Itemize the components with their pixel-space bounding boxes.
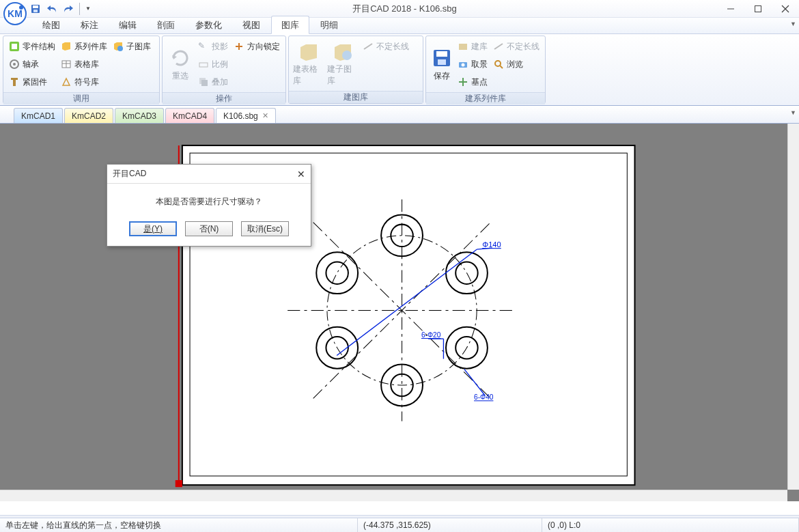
ritem-build-lib[interactable]: 建库	[456, 39, 489, 54]
svg-point-13	[13, 63, 16, 66]
ritem-overlay[interactable]: 叠加	[197, 74, 229, 89]
ribbon-group-series: 保存 建库 取景 基点 不定长线 浏览 建系列件库	[425, 36, 546, 104]
ritem-bearing[interactable]: 轴承	[8, 57, 57, 72]
dialog-cancel-button[interactable]: 取消(Esc)	[241, 221, 289, 236]
menu-library[interactable]: 图库	[271, 16, 309, 34]
svg-rect-27	[438, 59, 446, 65]
status-origin: (0 ,0) L:0	[542, 518, 799, 532]
dialog-yes-button[interactable]: 是(Y)	[129, 221, 177, 236]
menu-draw[interactable]: 绘图	[33, 16, 70, 33]
dialog-message: 本图是否需要进行尺寸驱动？	[107, 184, 311, 217]
status-hint: 单击左键，给出直线的第一点，空格键切换	[0, 518, 358, 532]
dialog-no-button[interactable]: 否(N)	[185, 221, 233, 236]
menu-annotate[interactable]: 标注	[71, 16, 108, 33]
close-button[interactable]	[772, 0, 799, 18]
menu-detail[interactable]: 明细	[311, 16, 348, 33]
maximize-button[interactable]	[744, 0, 772, 18]
doctab-1[interactable]: KmCAD1	[14, 108, 63, 123]
qat-dropdown-icon[interactable]: ▼	[84, 5, 92, 12]
svg-text:KM: KM	[8, 8, 23, 19]
svg-rect-4	[755, 5, 761, 12]
ritem-sublib[interactable]: 子图库	[111, 39, 152, 54]
group-title-operate: 操作	[163, 92, 285, 104]
ritem-table-lib[interactable]: 表格库	[59, 57, 109, 72]
svg-rect-22	[201, 80, 208, 86]
ribbon-group-call: 零件结构 轴承 紧固件 系列件库 表格库 符号库 子图库 调用	[3, 36, 160, 104]
ribbon-group-buildlib: 建表格库 建子图库 不定长线 建图库	[288, 36, 423, 104]
svg-point-30	[462, 64, 465, 67]
group-title-series: 建系列件库	[426, 92, 545, 104]
svg-point-9	[19, 5, 23, 10]
dim-d2: 6-Φ20	[421, 331, 441, 339]
svg-rect-15	[11, 78, 18, 80]
svg-point-23	[342, 51, 352, 60]
ritem-direction-lock[interactable]: 方向锁定	[232, 39, 281, 54]
bigbtn-reselect[interactable]: 重选	[167, 39, 194, 89]
svg-rect-28	[459, 44, 467, 50]
ritem-browse[interactable]: 浏览	[492, 57, 541, 72]
menu-dropdown-icon[interactable]: ▼	[790, 20, 796, 27]
bigbtn-save-lib[interactable]: 保存	[430, 39, 453, 89]
ritem-varline-1[interactable]: 不定长线	[361, 39, 410, 54]
dialog-close-icon[interactable]: ✕	[297, 169, 305, 180]
svg-rect-39	[176, 480, 182, 487]
group-title-buildlib: 建图库	[289, 91, 423, 103]
svg-rect-11	[12, 44, 17, 49]
doctab-3[interactable]: KmCAD3	[115, 108, 164, 123]
group-title-call: 调用	[3, 92, 159, 104]
svg-rect-1	[33, 5, 38, 8]
svg-rect-2	[33, 10, 38, 12]
ritem-projection[interactable]: ✎投影	[197, 39, 229, 54]
status-coord: (-44.375 ,315.625)	[358, 518, 542, 532]
redo-icon[interactable]	[61, 2, 75, 16]
close-tab-icon[interactable]: ✕	[262, 111, 268, 120]
svg-rect-26	[436, 51, 447, 57]
dialog-title: 开目CAD	[113, 168, 146, 180]
status-bar: 单击左键，给出直线的第一点，空格键切换 (-44.375 ,315.625) (…	[0, 518, 799, 532]
qat-separator	[79, 3, 80, 15]
menu-tabs: 绘图 标注 编辑 剖面 参数化 视图 图库 明细 ▼	[0, 18, 799, 34]
menu-parametric[interactable]: 参数化	[186, 16, 232, 33]
ritem-basepoint[interactable]: 基点	[456, 74, 489, 89]
save-icon[interactable]	[29, 2, 42, 16]
window-title: 开目CAD 2018 - K106.sbg	[92, 3, 717, 15]
bigbtn-build-table-lib[interactable]: 建表格库	[293, 39, 324, 88]
doctab-active[interactable]: K106.sbg✕	[216, 108, 276, 123]
dim-d3: 6-Φ40	[474, 393, 494, 401]
ribbon: 零件结构 轴承 紧固件 系列件库 表格库 符号库 子图库 调用 重选 ✎投影	[0, 34, 799, 106]
ritem-series-lib[interactable]: 系列件库	[59, 39, 109, 54]
ritem-scale[interactable]: 比例	[197, 57, 229, 72]
ribbon-group-operate: 重选 ✎投影 比例 叠加 方向锁定 操作	[162, 36, 286, 104]
doctab-4[interactable]: KmCAD4	[165, 108, 214, 123]
svg-point-19	[117, 46, 123, 51]
doctabs-dropdown-icon[interactable]: ▼	[790, 109, 796, 116]
doctab-2[interactable]: KmCAD2	[64, 108, 113, 123]
svg-rect-20	[199, 63, 208, 67]
ritem-part-structure[interactable]: 零件结构	[8, 39, 57, 54]
svg-point-34	[495, 61, 501, 66]
horizontal-scrollbar[interactable]	[0, 490, 787, 501]
title-bar: ▼ 开目CAD 2018 - K106.sbg	[0, 0, 799, 18]
bigbtn-build-sub-lib[interactable]: 建子图库	[327, 39, 359, 88]
svg-line-35	[500, 66, 503, 68]
svg-line-24	[364, 44, 372, 49]
dim-d1: Φ140	[482, 240, 501, 249]
vertical-scrollbar[interactable]	[787, 124, 799, 490]
ritem-varline-2[interactable]: 不定长线	[492, 39, 541, 54]
menu-view[interactable]: 视图	[233, 16, 270, 33]
minimize-button[interactable]	[717, 0, 744, 18]
document-tabs: KmCAD1 KmCAD2 KmCAD3 KmCAD4 K106.sbg✕ ▼	[0, 106, 799, 124]
ritem-fastener[interactable]: 紧固件	[8, 74, 57, 89]
menu-edit[interactable]: 编辑	[109, 16, 146, 33]
app-logo[interactable]: KM	[3, 1, 27, 26]
undo-icon[interactable]	[45, 2, 59, 16]
svg-line-33	[494, 44, 503, 49]
confirm-dialog: 开目CAD ✕ 本图是否需要进行尺寸驱动？ 是(Y) 否(N) 取消(Esc)	[107, 164, 311, 247]
menu-section[interactable]: 剖面	[148, 16, 184, 33]
ritem-capture[interactable]: 取景	[456, 57, 489, 72]
ritem-symbol-lib[interactable]: 符号库	[59, 74, 109, 89]
